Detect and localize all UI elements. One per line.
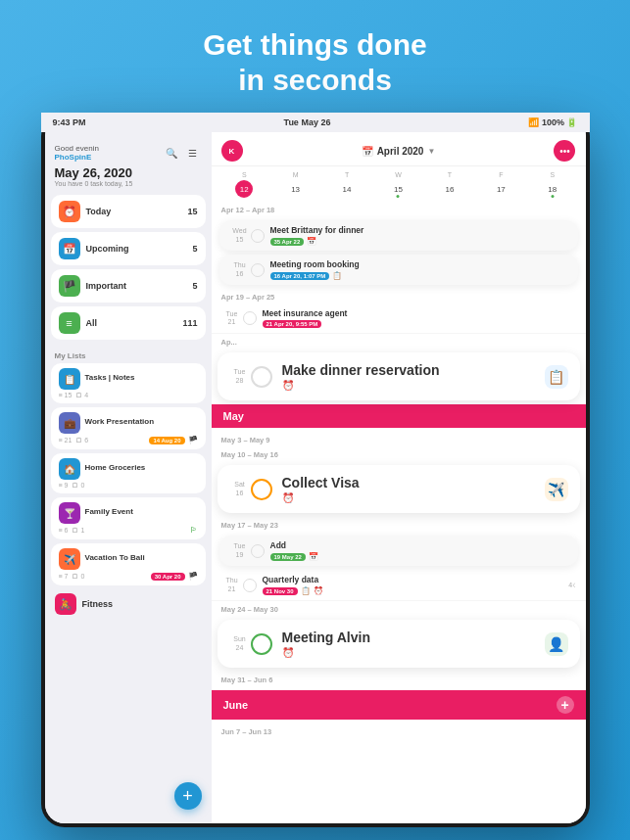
cal-day-13[interactable]: 13 xyxy=(287,180,305,198)
home-groceries-icon: 🏠 xyxy=(59,458,80,480)
month-header-june: June + xyxy=(212,690,586,720)
task-summary: You have 0 task today, 15 xyxy=(55,180,202,187)
task-icon-person: 👤 xyxy=(545,632,568,656)
task-checkbox[interactable] xyxy=(243,311,257,325)
status-battery: 📶 100% 🔋 xyxy=(528,117,577,127)
week-header-jun7: Jun 7 – Jun 13 xyxy=(212,723,586,738)
task-checkbox[interactable] xyxy=(251,229,265,243)
device-frame: 9:43 PM Tue May 26 📶 100% 🔋 Good evenin … xyxy=(41,113,590,827)
month-header-may: May xyxy=(212,404,586,428)
task-add[interactable]: Tue19 Add 19 May 22 📅 xyxy=(219,536,578,566)
tasks-notes-icon: 📋 xyxy=(59,368,80,390)
chevron-right-icon: ‹ xyxy=(572,580,575,590)
nav-item-all[interactable]: ≡ All 111 xyxy=(51,306,206,340)
task-meet-brittany[interactable]: Wed15 Meet Brittany for dinner 35 Apr 22… xyxy=(219,220,578,251)
task-meeting-room[interactable]: Thu16 Meeting room booking 16 Apr 20, 1:… xyxy=(219,255,578,285)
status-day: Tue May 26 xyxy=(284,117,331,127)
today-icon: ⏰ xyxy=(59,201,80,222)
sidebar: Good evenin PhoSpinE 🔍 ☰ May 26, 2020 Yo… xyxy=(45,117,212,823)
week-header-apr12: Apr 12 – Apr 18 xyxy=(212,202,586,216)
add-june-button[interactable]: + xyxy=(557,696,574,714)
nav-item-upcoming[interactable]: 📅 Upcoming 5 xyxy=(51,232,206,265)
week-header-may17: May 17 – May 23 xyxy=(212,517,586,532)
chevron-down-icon: ▼ xyxy=(427,147,435,156)
list-item-vacation-bali[interactable]: ✈️ Vacation To Bali ≡ 7 🗒 0 30 Apr 20 🏴 xyxy=(51,543,206,585)
task-collect-visa[interactable]: Sat16 Collect Visa ⏰ ✈️ xyxy=(218,465,580,513)
task-checkbox-alvin[interactable] xyxy=(251,633,272,655)
add-button[interactable]: + xyxy=(174,782,202,810)
calendar-title[interactable]: 📅 April 2020 ▼ xyxy=(362,146,436,157)
task-icon-plane: ✈️ xyxy=(545,478,568,501)
cal-day-14[interactable]: 14 xyxy=(338,180,356,198)
date-display: May 26, 2020 xyxy=(55,165,202,180)
cal-day-12[interactable]: 12 xyxy=(235,180,253,198)
filter-button[interactable]: ☰ xyxy=(184,144,202,162)
calendar-grid: S M T W T F S 12 13 14 15 16 17 18 xyxy=(219,170,578,198)
task-insurance-agent[interactable]: Tue21 Meet insurance agent 21 Apr 20, 9:… xyxy=(212,303,586,334)
status-time: 9:43 PM xyxy=(53,117,86,127)
my-lists-label: My Lists xyxy=(45,346,212,363)
work-badge: 14 Aug 20 xyxy=(149,437,184,444)
device-screen: 9:43 PM Tue May 26 📶 100% 🔋 Good evenin … xyxy=(45,117,586,823)
more-button[interactable]: ••• xyxy=(554,140,575,162)
task-list: Apr 12 – Apr 18 Wed15 Meet Brittany for … xyxy=(212,202,586,801)
list-item-fitness[interactable]: 🚴 Fitness xyxy=(45,589,212,619)
sidebar-nav: ⏰ Today 15 📅 Upcoming 5 🏴 Important xyxy=(45,193,212,346)
list-item-work-presentation[interactable]: 💼 Work Presentation ≡ 21 🗒 6 14 Aug 20 🏴 xyxy=(51,407,206,449)
status-bar: 9:43 PM Tue May 26 📶 100% 🔋 xyxy=(45,117,586,132)
mini-calendar: S M T W T F S 12 13 14 15 16 17 18 xyxy=(212,166,586,202)
task-dinner-reservation[interactable]: Tue28 Make dinner reservation ⏰ 📋 xyxy=(218,352,580,400)
task-checkbox[interactable] xyxy=(243,579,257,592)
task-checkbox[interactable] xyxy=(251,263,265,277)
task-checkbox-visa[interactable] xyxy=(251,479,272,500)
week-header-apr19: Apr 19 – Apr 25 xyxy=(212,289,586,303)
calendar-icon: 📅 xyxy=(362,146,373,157)
task-checkbox[interactable] xyxy=(251,544,265,558)
tagline: Get things done in seconds xyxy=(0,27,630,98)
sidebar-icons: 🔍 ☰ xyxy=(163,144,202,162)
week-header-apr26: Ap... xyxy=(212,334,586,349)
cal-day-15[interactable]: 15 xyxy=(389,180,407,198)
list-item-home-groceries[interactable]: 🏠 Home Groceries ≡ 9 🗒 0 xyxy=(51,453,206,493)
cal-day-16[interactable]: 16 xyxy=(441,180,459,198)
nav-item-important[interactable]: 🏴 Important 5 xyxy=(51,269,206,303)
main-header: K 📅 April 2020 ▼ ••• xyxy=(212,136,586,166)
all-icon: ≡ xyxy=(59,312,80,334)
vacation-bali-icon: ✈️ xyxy=(59,548,80,570)
task-checkbox-large[interactable] xyxy=(251,366,272,388)
sidebar-greeting: Good evenin PhoSpinE 🔍 ☰ xyxy=(45,138,212,163)
week-header-may3: May 3 – May 9 xyxy=(212,432,586,446)
family-event-icon: 🍸 xyxy=(59,502,80,524)
fitness-icon: 🚴 xyxy=(55,593,76,615)
cal-day-18[interactable]: 18 xyxy=(544,180,561,198)
vacation-badge: 30 Apr 20 xyxy=(151,573,185,581)
search-button[interactable]: 🔍 xyxy=(163,144,180,162)
week-header-may24: May 24 – May 30 xyxy=(212,601,586,616)
week-header-may10: May 10 – May 16 xyxy=(212,446,586,461)
list-item-family-event[interactable]: 🍸 Family Event ≡ 6 🗒 1 🏳 xyxy=(51,497,206,539)
app-header: Get things done in seconds xyxy=(0,0,630,116)
greeting-text: Good evenin xyxy=(55,144,99,153)
cal-day-17[interactable]: 17 xyxy=(492,180,509,198)
important-icon: 🏴 xyxy=(59,275,80,297)
main-panel: K 📅 April 2020 ▼ ••• S M T W T F S xyxy=(212,117,586,823)
nav-item-today[interactable]: ⏰ Today 15 xyxy=(51,195,206,228)
task-icon-calendar: 📋 xyxy=(545,365,568,389)
task-meeting-alvin[interactable]: Sun24 Meeting Alvin ⏰ 👤 xyxy=(218,620,580,668)
work-presentation-icon: 💼 xyxy=(59,412,80,434)
avatar[interactable]: K xyxy=(221,140,243,162)
sidebar-date: May 26, 2020 You have 0 task today, 15 xyxy=(45,163,212,193)
greeting-name: PhoSpinE xyxy=(55,153,99,162)
list-item-tasks-notes[interactable]: 📋 Tasks | Notes ≡ 15 🗒 4 xyxy=(51,363,206,403)
week-header-may31: May 31 – Jun 6 xyxy=(212,672,586,686)
upcoming-icon: 📅 xyxy=(59,238,80,259)
task-quarterly-data[interactable]: Thu21 Quarterly data 21 Nov 30 📋 ⏰ 4 ‹ xyxy=(212,570,586,601)
